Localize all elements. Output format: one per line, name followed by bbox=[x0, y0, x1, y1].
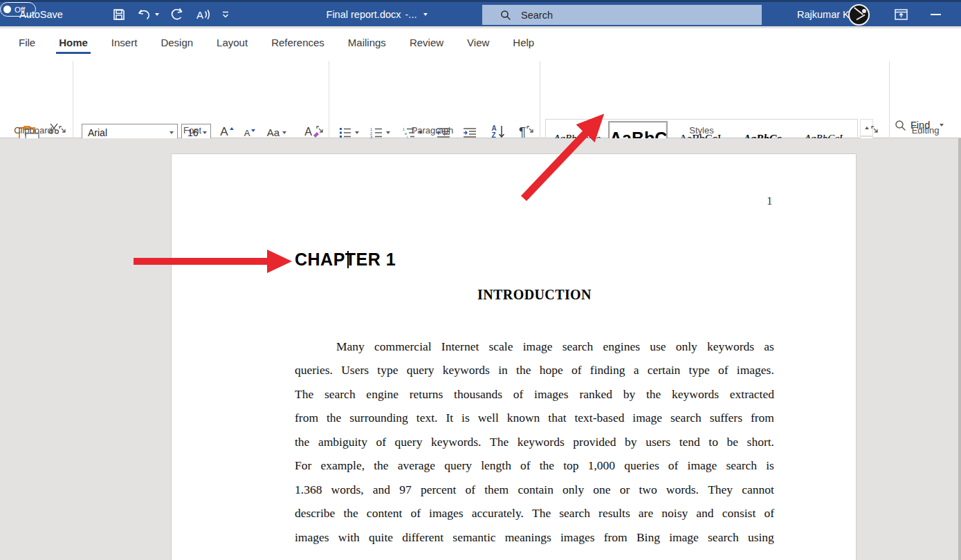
avatar-detail bbox=[856, 15, 865, 21]
title-bar: AutoSave Off A Final report.docx -... bbox=[0, 0, 961, 26]
editing-group-label: Editing bbox=[893, 125, 958, 136]
undo-dropdown-caret-icon bbox=[155, 13, 159, 16]
tab-insert[interactable]: Insert bbox=[100, 28, 149, 57]
chapter-heading[interactable]: CHAPTER 1 bbox=[295, 250, 396, 270]
section-heading[interactable]: INTRODUCTION bbox=[295, 287, 774, 303]
tab-design[interactable]: Design bbox=[149, 28, 205, 57]
read-aloud-icon: A bbox=[195, 8, 213, 21]
body-line: theambiguityofquerykeywords.Thekeywordsp… bbox=[295, 435, 774, 458]
account-name[interactable]: Rajkumar K bbox=[797, 2, 850, 26]
body-line: queries.Userstypequerykeywordsinthehopeo… bbox=[295, 363, 774, 386]
minimize-button[interactable] bbox=[931, 2, 941, 26]
autosave-label: AutoSave bbox=[19, 2, 63, 26]
ribbon: Paste Clipboard Arial 16 A A bbox=[0, 57, 961, 138]
read-aloud-button[interactable]: A bbox=[195, 2, 213, 26]
document-title-text: Final report.docx bbox=[327, 9, 401, 20]
text-cursor bbox=[347, 251, 349, 268]
search-icon bbox=[500, 10, 511, 21]
redo-button[interactable] bbox=[169, 2, 184, 26]
body-line: Thesearchenginereturnsthousandsofimagesr… bbox=[295, 387, 774, 411]
page-number: 1 bbox=[767, 194, 773, 208]
paragraph-dialog-launcher[interactable] bbox=[526, 125, 536, 135]
body-line: describethecontentofimagesaccurately.The… bbox=[295, 506, 774, 530]
redo-icon bbox=[169, 7, 184, 22]
dialog-launcher-icon bbox=[315, 125, 324, 133]
tab-file[interactable]: File bbox=[7, 28, 47, 57]
dialog-launcher-icon bbox=[870, 125, 879, 133]
clipboard-dialog-launcher[interactable] bbox=[58, 125, 68, 135]
font-dialog-launcher[interactable] bbox=[315, 125, 325, 135]
paragraph-group-label: Paragraph bbox=[332, 125, 533, 136]
ribbon-display-options-button[interactable] bbox=[895, 2, 908, 26]
dialog-launcher-icon bbox=[526, 125, 534, 133]
minimize-icon bbox=[931, 14, 941, 15]
avatar-detail bbox=[862, 9, 866, 13]
title-dropdown-caret-icon bbox=[423, 13, 428, 16]
styles-dialog-launcher[interactable] bbox=[870, 125, 880, 135]
styles-group-label: Styles bbox=[545, 125, 858, 136]
clipboard-group-label: Clipboard bbox=[6, 125, 61, 136]
tab-help[interactable]: Help bbox=[501, 28, 546, 57]
tab-review[interactable]: Review bbox=[398, 28, 455, 57]
search-bar[interactable] bbox=[482, 5, 762, 25]
font-group-label: Font bbox=[76, 125, 309, 136]
document-page[interactable]: 1 CHAPTER 1 INTRODUCTION ManycommercialI… bbox=[171, 153, 857, 560]
body-paragraph[interactable]: ManycommercialInternetscaleimagesearchen… bbox=[295, 339, 774, 554]
tab-references[interactable]: References bbox=[259, 28, 336, 57]
word-window: AutoSave Off A Final report.docx -... bbox=[0, 0, 961, 560]
scrollbar[interactable] bbox=[958, 138, 961, 560]
body-line: ManycommercialInternetscaleimagesearchen… bbox=[336, 339, 774, 363]
tab-home[interactable]: Home bbox=[47, 28, 100, 57]
dialog-launcher-icon bbox=[58, 125, 66, 133]
document-title-suffix: -... bbox=[405, 9, 417, 20]
body-line: Forexample,theaveragequerylengthofthetop… bbox=[295, 458, 774, 482]
tab-mailings[interactable]: Mailings bbox=[336, 28, 398, 57]
body-line: 1.368words,and97percentofthemcontainonly… bbox=[295, 483, 774, 506]
document-title[interactable]: Final report.docx -... bbox=[298, 2, 457, 26]
undo-icon bbox=[137, 8, 152, 21]
save-icon bbox=[112, 8, 126, 21]
scroll-up-icon bbox=[865, 127, 869, 129]
tab-layout[interactable]: Layout bbox=[205, 28, 259, 57]
ribbon-display-options-icon bbox=[895, 9, 908, 20]
customize-quick-access-toolbar-button[interactable] bbox=[221, 2, 230, 26]
undo-button[interactable] bbox=[137, 2, 159, 26]
body-line: imageswithquitedifferentsemanticmeanings… bbox=[295, 530, 774, 554]
tab-view[interactable]: View bbox=[455, 28, 501, 57]
save-button[interactable] bbox=[112, 2, 126, 26]
toggle-dot-icon bbox=[3, 6, 11, 13]
ribbon-tab-bar: File Home Insert Design Layout Reference… bbox=[0, 28, 961, 57]
body-line: fromthesurroundingtext.Itiswellknownthat… bbox=[295, 411, 774, 434]
svg-text:A: A bbox=[196, 9, 203, 21]
search-input[interactable] bbox=[521, 10, 729, 21]
qat-chevron-icon bbox=[221, 10, 230, 19]
user-avatar[interactable] bbox=[848, 4, 870, 26]
document-canvas[interactable]: 1 CHAPTER 1 INTRODUCTION ManycommercialI… bbox=[0, 138, 961, 560]
